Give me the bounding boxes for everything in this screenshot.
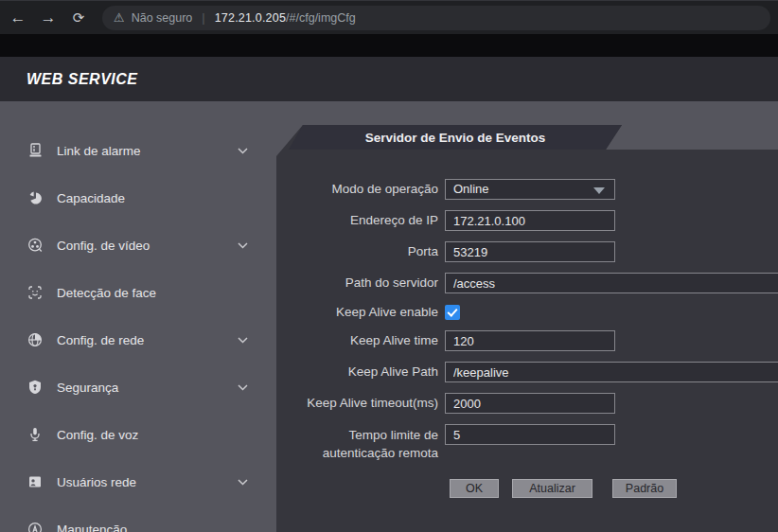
field-label: Keep Alive enable	[276, 302, 438, 323]
sidebar: Link de alarme Capacidade Config. de víd…	[0, 101, 276, 532]
forward-icon[interactable]: →	[36, 6, 61, 30]
face-detection-icon	[27, 284, 44, 301]
form-row: Keep Alive Path	[276, 362, 778, 382]
keep-alive-time-input[interactable]	[445, 330, 615, 351]
port-input[interactable]	[445, 241, 615, 262]
security-badge[interactable]: Não seguro	[132, 11, 193, 25]
chevron-down-icon	[238, 384, 248, 391]
sidebar-item-config-de-video[interactable]: Config. de vídeo	[0, 222, 276, 269]
sidebar-item-label: Capacidade	[57, 191, 276, 205]
sidebar-item-capacidade[interactable]: Capacidade	[0, 174, 276, 222]
chevron-down-icon	[238, 148, 248, 154]
default-button[interactable]: Padrão	[612, 479, 677, 498]
field-label: Path do servidor	[276, 273, 438, 293]
sidebar-item-label: Detecção de face	[57, 286, 276, 300]
ip-address-input[interactable]	[445, 210, 615, 231]
field-label: Modo de operação	[276, 179, 438, 200]
sidebar-item-config-de-voz[interactable]: Config. de voz	[0, 411, 276, 458]
sidebar-item-usuarios-rede[interactable]: Usuários rede	[0, 458, 276, 505]
globe-icon	[27, 331, 44, 348]
pie-chart-icon	[27, 189, 44, 206]
keep-alive-path-input[interactable]	[445, 362, 778, 382]
server-path-input[interactable]	[445, 273, 778, 293]
chevron-down-icon	[238, 242, 248, 249]
form-row: Keep Alive timeout(ms)	[276, 393, 615, 414]
top-black-strip	[0, 34, 778, 57]
form-row: Porta	[276, 241, 615, 262]
field-label: Keep Alive time	[276, 330, 438, 351]
shield-icon	[27, 379, 44, 396]
panel-title: Servidor de Envio de Eventos	[365, 131, 546, 145]
maintenance-icon	[27, 521, 44, 532]
sidebar-item-link-de-alarme[interactable]: Link de alarme	[0, 127, 276, 174]
chevron-down-icon	[238, 337, 248, 344]
form-row: Endereço de IP	[276, 210, 615, 231]
field-label: Keep Alive timeout(ms)	[276, 393, 438, 414]
panel-title-tab: Servidor de Envio de Eventos	[289, 125, 622, 150]
sidebar-item-deteccao-de-face[interactable]: Detecção de face	[0, 269, 276, 316]
microphone-icon	[27, 426, 44, 443]
form-row: Path do servidor	[276, 273, 778, 293]
remote-auth-timeout-input[interactable]	[445, 424, 615, 445]
ok-button[interactable]: OK	[450, 479, 499, 498]
sidebar-item-label: Usuários rede	[57, 475, 238, 489]
app-header: WEB SERVICE	[0, 57, 778, 101]
keep-alive-timeout-input[interactable]	[445, 393, 615, 414]
field-label: Tempo limite de autenticação remota	[276, 424, 438, 462]
operation-mode-value: Online	[453, 182, 489, 196]
dropdown-arrow-icon	[593, 187, 605, 194]
app-title: WEB SERVICE	[27, 71, 138, 88]
sidebar-item-manutencao[interactable]: Manutenção	[0, 505, 276, 532]
field-label: Endereço de IP	[276, 210, 438, 231]
sidebar-item-label: Config. de rede	[57, 333, 238, 347]
sidebar-item-label: Link de alarme	[57, 144, 238, 158]
form-row: Tempo limite de autenticação remota	[276, 424, 615, 462]
form-row: Keep Alive enable	[276, 302, 460, 323]
browser-toolbar: ← → ⟳ ⚠ Não seguro | 172.21.0.205/#/cfg/…	[0, 0, 778, 34]
field-label: Keep Alive Path	[276, 362, 438, 382]
chevron-down-icon	[238, 479, 248, 486]
address-bar[interactable]: ⚠ Não seguro | 172.21.0.205/#/cfg/imgCfg	[102, 6, 770, 30]
operation-mode-select[interactable]: Online	[445, 179, 615, 200]
omnibox-separator: |	[202, 10, 204, 25]
sidebar-item-label: Manutenção	[57, 523, 276, 532]
sidebar-item-seguranca[interactable]: Segurança	[0, 364, 276, 411]
reload-icon[interactable]: ⟳	[66, 6, 91, 30]
content-area: Servidor de Envio de Eventos Modo de ope…	[276, 101, 778, 532]
keep-alive-enable-checkbox[interactable]	[445, 305, 460, 320]
sidebar-item-label: Segurança	[57, 381, 238, 395]
sidebar-item-config-de-rede[interactable]: Config. de rede	[0, 316, 276, 364]
form-row: Keep Alive time	[276, 330, 615, 351]
back-icon[interactable]: ←	[6, 6, 30, 30]
form-row: Modo de operação Online	[276, 179, 615, 200]
main-area: Link de alarme Capacidade Config. de víd…	[0, 101, 778, 532]
refresh-button[interactable]: Atualizar	[512, 479, 592, 498]
sidebar-item-label: Config. de vídeo	[57, 239, 238, 253]
button-row: OK Atualizar Padrão	[450, 479, 677, 498]
url-host: 172.21.0.205	[215, 11, 286, 25]
not-secure-warning-icon: ⚠	[114, 10, 125, 25]
film-reel-icon	[27, 237, 44, 254]
url-path: /#/cfg/imgCfg	[286, 11, 356, 25]
screen: ← → ⟳ ⚠ Não seguro | 172.21.0.205/#/cfg/…	[0, 0, 778, 532]
field-label: Porta	[276, 241, 438, 262]
sidebar-item-label: Config. de voz	[57, 428, 276, 442]
user-icon	[27, 473, 44, 490]
alarm-host-icon	[27, 142, 44, 159]
